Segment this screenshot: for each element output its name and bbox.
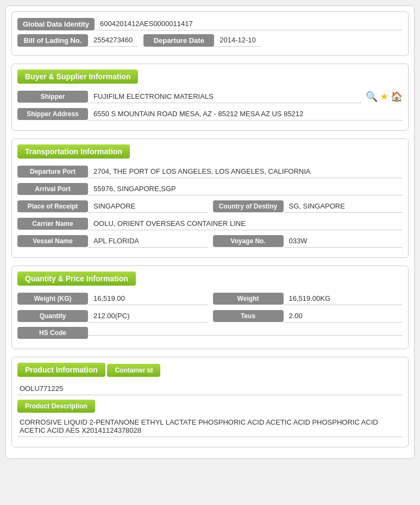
weight-label: Weight [213, 293, 284, 305]
buyer-supplier-section: Buyer & Supplier Information Shipper FUJ… [11, 64, 409, 131]
vessel-name-pair: Vessel Name APL FLORIDA [17, 235, 208, 248]
star-icon[interactable]: ★ [380, 91, 388, 103]
teus-value: 2.00 [284, 310, 403, 323]
page-wrapper: Global Data Identity 6004201412AES000001… [5, 5, 415, 459]
weight-pair: Weight 16,519.00KG [213, 292, 403, 305]
bol-row: Bill of Lading No. 2554273460 Departure … [17, 34, 403, 47]
vessel-name-label: Vessel Name [17, 235, 88, 247]
voyage-no-label: Voyage No. [213, 235, 284, 247]
carrier-name-label: Carrier Name [17, 218, 88, 230]
vessel-name-value: APL FLORIDA [88, 235, 208, 248]
hs-code-row: HS Code [17, 327, 403, 339]
global-identity-label: Global Data Identity [17, 18, 95, 30]
voyage-no-pair: Voyage No. 033W [213, 235, 403, 248]
vessel-voyage-row: Vessel Name APL FLORIDA Voyage No. 033W [17, 235, 403, 248]
arrival-port-label: Arrival Port [17, 183, 88, 195]
quantity-pair: Quantity 212.00(PC) [17, 310, 208, 323]
shipper-value: FUJIFILM ELECTRONIC MATERIALS [88, 90, 361, 103]
place-of-receipt-label: Place of Receipt [17, 200, 88, 212]
weight-kg-pair: Weight (KG) 16,519.00 [17, 292, 208, 305]
container-id-value: OOLU771225 [17, 382, 403, 395]
country-of-destiny-pair: Country of Destiny SG, SINGAPORE [213, 200, 403, 213]
place-of-receipt-value: SINGAPORE [88, 200, 208, 213]
bol-pair: Bill of Lading No. 2554273460 [17, 34, 138, 47]
voyage-no-value: 033W [284, 235, 403, 248]
product-description-value: CORROSIVE LIQUID 2-PENTANONE ETHYL LACTA… [17, 416, 403, 437]
departure-pair: Departure Date 2014-12-10 [143, 34, 261, 47]
quantity-teus-row: Quantity 212.00(PC) Teus 2.00 [17, 310, 403, 323]
teus-pair: Teus 2.00 [213, 310, 403, 323]
weight-kg-label: Weight (KG) [17, 293, 88, 305]
bol-label: Bill of Lading No. [17, 34, 88, 47]
country-of-destiny-label: Country of Destiny [213, 200, 284, 212]
product-information-section: Product Information Container Id OOLU771… [11, 357, 409, 447]
container-id-button[interactable]: Container Id [107, 364, 160, 377]
search-icon[interactable]: 🔍 [366, 91, 378, 103]
arrival-port-row: Arrival Port 55976, SINGAPORE,SGP [17, 182, 403, 195]
product-information-header: Product Information [17, 363, 105, 377]
weight-value: 16,519.00KG [284, 292, 403, 305]
hs-code-label: HS Code [17, 327, 88, 339]
shipper-icons: 🔍 ★ 🏠 [361, 91, 403, 103]
transportation-header: Transportation Information [17, 144, 130, 159]
departure-value: 2014-12-10 [214, 34, 261, 47]
country-of-destiny-value: SG, SINGAPORE [284, 200, 403, 213]
weight-kg-value: 16,519.00 [88, 292, 208, 305]
top-section: Global Data Identity 6004201412AES000001… [11, 11, 409, 56]
carrier-name-row: Carrier Name OOLU, ORIENT OVERSEAS CONTA… [17, 217, 403, 230]
receipt-destiny-row: Place of Receipt SINGAPORE Country of De… [17, 200, 403, 213]
carrier-name-value: OOLU, ORIENT OVERSEAS CONTAINER LINE [88, 217, 403, 230]
departure-port-value: 2704, THE PORT OF LOS ANGELES, LOS ANGEL… [88, 165, 403, 178]
house-icon[interactable]: 🏠 [391, 91, 403, 103]
weight-row: Weight (KG) 16,519.00 Weight 16,519.00KG [17, 292, 403, 305]
shipper-label: Shipper [17, 91, 88, 103]
departure-label: Departure Date [143, 34, 214, 47]
teus-label: Teus [213, 310, 284, 322]
place-of-receipt-pair: Place of Receipt SINGAPORE [17, 200, 208, 213]
shipper-address-row: Shipper Address 6550 S MOUNTAIN ROAD MES… [17, 108, 403, 121]
shipper-address-value: 6550 S MOUNTAIN ROAD MESA, AZ - 85212 ME… [88, 108, 403, 121]
arrival-port-value: 55976, SINGAPORE,SGP [88, 182, 403, 195]
buyer-supplier-header: Buyer & Supplier Information [17, 70, 138, 84]
global-identity-value: 6004201412AES0000011417 [95, 17, 403, 30]
shipper-row: Shipper FUJIFILM ELECTRONIC MATERIALS 🔍 … [17, 90, 403, 103]
quantity-price-section: Quantity & Price Information Weight (KG)… [11, 266, 409, 349]
departure-port-row: Departure Port 2704, THE PORT OF LOS ANG… [17, 165, 403, 178]
hs-code-value [88, 331, 403, 336]
quantity-price-header: Quantity & Price Information [17, 272, 136, 286]
product-description-button[interactable]: Product Description [17, 400, 95, 413]
quantity-value: 212.00(PC) [88, 310, 208, 323]
shipper-address-label: Shipper Address [17, 108, 88, 120]
bol-value: 2554273460 [88, 34, 138, 47]
quantity-label: Quantity [17, 310, 88, 322]
departure-port-label: Departure Port [17, 166, 88, 178]
transportation-section: Transportation Information Departure Por… [11, 138, 409, 258]
global-identity-row: Global Data Identity 6004201412AES000001… [17, 17, 403, 30]
